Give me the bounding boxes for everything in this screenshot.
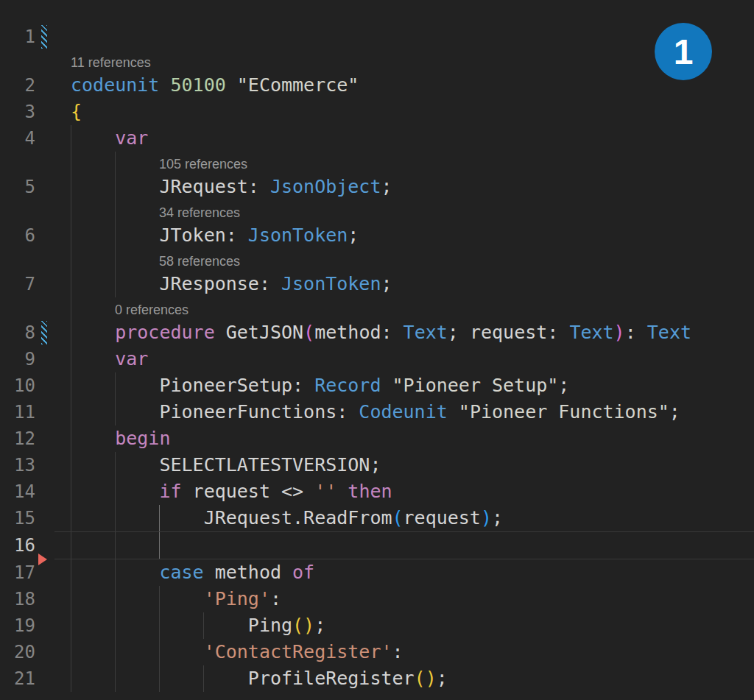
codelens-row: 34 references bbox=[0, 200, 754, 222]
line-number[interactable]: 2 bbox=[0, 72, 41, 99]
code-token bbox=[159, 74, 170, 96]
code-line: 13 SELECTLATESTVERSION; bbox=[0, 452, 754, 478]
indent-guide bbox=[71, 249, 71, 271]
indent-guide bbox=[115, 152, 116, 174]
gutter-decoration-column bbox=[41, 271, 54, 297]
code-token: ; bbox=[381, 176, 392, 197]
code-line-content[interactable]: case method of bbox=[54, 559, 754, 586]
codelens-references-link[interactable]: 11 references bbox=[71, 52, 151, 74]
codelens-references-link[interactable]: 58 references bbox=[71, 250, 240, 272]
line-number[interactable]: 9 bbox=[0, 346, 41, 372]
codelens-references-link[interactable]: 34 references bbox=[71, 202, 240, 224]
code-token: request <> bbox=[182, 481, 315, 502]
code-line-content[interactable]: begin bbox=[54, 425, 754, 452]
code-token: case bbox=[159, 562, 203, 583]
code-token: if bbox=[159, 481, 181, 502]
code-line-content[interactable]: 'ContactRegister': bbox=[54, 639, 754, 665]
indent-guide bbox=[203, 612, 204, 639]
indent-guide bbox=[159, 639, 160, 665]
code-line-content[interactable]: PioneerFunctions: Codeunit "Pioneer Func… bbox=[54, 399, 754, 425]
code-line-content[interactable]: procedure GetJSON(method: Text; request:… bbox=[54, 319, 754, 346]
code-line-content[interactable]: JRequest: JsonObject; bbox=[54, 174, 754, 200]
indent-guide bbox=[71, 346, 71, 372]
code-token: : bbox=[270, 588, 281, 609]
code-line-content[interactable]: var bbox=[54, 346, 754, 372]
code-line: 14 if request <> '' then bbox=[0, 478, 754, 505]
code-line-content[interactable] bbox=[54, 531, 754, 559]
code-line-content[interactable]: JResponse: JsonToken; bbox=[54, 271, 754, 297]
line-number[interactable]: 1 bbox=[0, 24, 41, 50]
line-number[interactable]: 3 bbox=[0, 99, 41, 125]
indent-guide bbox=[71, 586, 71, 612]
code-token: ; bbox=[492, 507, 503, 528]
code-token: Text bbox=[569, 322, 613, 343]
line-number[interactable]: 15 bbox=[0, 505, 41, 531]
line-number[interactable]: 11 bbox=[0, 399, 41, 425]
gutter-decoration-column bbox=[41, 452, 54, 478]
line-number[interactable]: 14 bbox=[0, 478, 41, 505]
indent-guide-active bbox=[159, 505, 160, 531]
code-line: 10 PioneerSetup: Record "Pioneer Setup"; bbox=[0, 372, 754, 399]
line-number[interactable]: 20 bbox=[0, 639, 41, 665]
code-line-content[interactable]: Ping(); bbox=[54, 612, 754, 639]
line-number[interactable]: 13 bbox=[0, 452, 41, 478]
gutter-decoration-column bbox=[41, 319, 54, 346]
code-token: ; bbox=[669, 401, 680, 423]
code-line-content[interactable]: JRequest.ReadFrom(request); bbox=[54, 505, 754, 531]
line-number[interactable]: 6 bbox=[0, 222, 41, 249]
code-token: method bbox=[204, 562, 292, 583]
codelens-references-link[interactable]: 0 references bbox=[71, 299, 188, 321]
code-line-content[interactable]: PioneerSetup: Record "Pioneer Setup"; bbox=[54, 372, 754, 399]
code-token: ( bbox=[392, 507, 404, 528]
line-number[interactable]: 7 bbox=[0, 271, 41, 297]
code-token bbox=[71, 588, 204, 609]
line-number[interactable]: 17 bbox=[0, 559, 41, 586]
indent-guide bbox=[115, 174, 116, 200]
codelens-references-link[interactable]: 105 references bbox=[71, 153, 247, 175]
gutter-decoration-column bbox=[41, 612, 54, 639]
code-token: request bbox=[404, 507, 481, 528]
line-number[interactable]: 18 bbox=[0, 586, 41, 612]
codelens-gutter-spacer bbox=[0, 297, 41, 319]
line-number[interactable]: 4 bbox=[0, 125, 41, 152]
line-number[interactable]: 8 bbox=[0, 319, 41, 346]
line-number[interactable]: 12 bbox=[0, 425, 41, 452]
code-editor[interactable]: 1 111 references2codeunit 50100 "ECommer… bbox=[0, 0, 754, 700]
indent-guide bbox=[115, 532, 116, 559]
gutter-decoration-column bbox=[41, 639, 54, 665]
code-token: begin bbox=[115, 428, 170, 449]
line-number[interactable]: 5 bbox=[0, 174, 41, 200]
gutter-decoration-column bbox=[41, 478, 54, 505]
code-line-content[interactable]: ProfileRegister(); bbox=[54, 665, 754, 692]
line-number[interactable]: 10 bbox=[0, 372, 41, 399]
code-line-content[interactable]: JToken: JsonToken; bbox=[54, 222, 754, 249]
line-number[interactable]: 21 bbox=[0, 665, 41, 692]
gutter-decoration-column bbox=[41, 399, 54, 425]
code-line-content[interactable]: 'Ping': bbox=[54, 586, 754, 612]
code-token: procedure bbox=[115, 322, 214, 343]
code-line-content[interactable] bbox=[54, 24, 754, 50]
gutter-decoration-column bbox=[41, 125, 54, 152]
code-line-content[interactable]: { bbox=[54, 99, 754, 125]
code-line-content[interactable]: if request <> '' then bbox=[54, 478, 754, 505]
code-lines-container: 111 references2codeunit 50100 "ECommerce… bbox=[0, 24, 754, 692]
indent-guide bbox=[159, 665, 160, 692]
code-token: ; bbox=[558, 375, 569, 396]
code-token: 'Ping' bbox=[204, 588, 270, 609]
code-line: 3{ bbox=[0, 99, 754, 125]
code-token: "Pioneer Setup" bbox=[392, 375, 559, 396]
indent-guide bbox=[115, 200, 116, 222]
code-line-content[interactable]: var bbox=[54, 125, 754, 152]
indent-guide bbox=[115, 665, 116, 692]
indent-guide bbox=[71, 372, 71, 399]
code-line-content[interactable]: codeunit 50100 "ECommerce" bbox=[54, 72, 754, 99]
indent-guide bbox=[71, 152, 71, 174]
code-token bbox=[226, 74, 237, 96]
gutter-decoration-column bbox=[41, 72, 54, 99]
line-number[interactable]: 16 bbox=[0, 531, 41, 559]
codelens-gutter-spacer bbox=[0, 152, 41, 174]
line-number[interactable]: 19 bbox=[0, 612, 41, 639]
code-token: ) bbox=[614, 322, 625, 343]
code-line-content[interactable]: SELECTLATESTVERSION; bbox=[54, 452, 754, 478]
code-token bbox=[381, 375, 392, 396]
